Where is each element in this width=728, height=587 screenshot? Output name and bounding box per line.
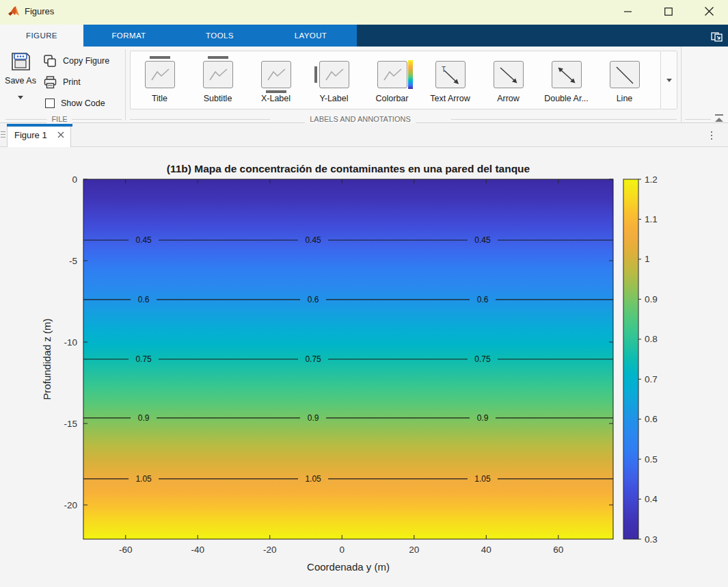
gallery-dropdown-button[interactable] [661,51,677,109]
popout-icon[interactable] [711,30,723,42]
gallery-item-arrow[interactable]: Arrow [479,51,537,109]
tab-label: Figure 1 [14,130,47,140]
svg-text:T: T [442,66,446,73]
x-tick-label: -60 [119,545,133,555]
gallery-item-line[interactable]: Line [595,51,653,109]
x-tick-label: 40 [481,545,491,555]
contour-label: 1.05 [474,474,491,484]
contour-label: 0.6 [138,295,150,304]
gallery-item-double-ar[interactable]: Double Ar... [537,51,595,109]
copy-figure-button[interactable]: Copy Figure [44,53,109,68]
bar-top-icon [135,55,185,94]
gallery-item-subtitle[interactable]: Subtitle [189,51,247,109]
copy-figure-label: Copy Figure [63,56,109,66]
y-axis-label: Profundidad z (m) [41,318,53,400]
colorbar-tick-label: 0.7 [645,374,658,384]
contour-label: 0.9 [477,413,489,423]
matlab-logo-icon [8,5,20,18]
line-icon [599,55,650,94]
contour-label: 0.45 [135,235,152,245]
document-tab-bar: Figure 1 [0,124,728,147]
ribbon-toolbar: Save As Copy Figure Print Show Code [0,47,728,123]
save-icon [10,52,31,71]
y-tick-label: -10 [64,337,77,348]
contour-label: 0.75 [474,354,491,364]
section-footer-line [71,119,122,120]
close-button[interactable] [692,0,726,23]
colorbar-tick-label: 1 [645,254,650,264]
tab-figure-1[interactable]: Figure 1 [7,124,71,147]
x-axis-label: Coordenada y (m) [307,561,390,573]
print-button[interactable]: Print [44,75,81,90]
print-label: Print [63,77,81,87]
annotations-gallery: TitleSubtitleX-LabelY-LabelColorbarTText… [130,51,661,109]
ribbon-tab-bar: FIGURE FORMAT TOOLS LAYOUT [0,25,728,47]
y-tick-label: -20 [64,500,77,510]
gallery-item-colorbar[interactable]: Colorbar [363,51,421,109]
maximize-button[interactable] [651,0,686,23]
ribbon-tab-figure[interactable]: FIGURE [0,25,83,47]
figures-window: Figures FIGURE FORMAT TOOLS LAYOUT [0,0,728,587]
active-tab-accent [7,124,72,127]
bar-left-icon [309,55,360,94]
save-as-button[interactable]: Save As [4,52,37,114]
gallery-item-label: Line [595,94,653,103]
gallery-item-title[interactable]: Title [131,51,189,109]
x-tick-label: 60 [553,545,563,555]
contour-label: 0.75 [305,354,321,364]
y-tick-label: -5 [69,256,77,266]
save-as-label: Save As [4,76,37,86]
collapse-ribbon-button[interactable] [714,114,725,123]
colorbar-tick-label: 0.6 [645,414,658,424]
ribbon-tab-layout[interactable]: LAYOUT [265,25,356,47]
gallery-item-label: Double Ar... [537,94,595,103]
gallery-item-label: Subtitle [189,94,247,103]
ribbon-tab-tools[interactable]: TOOLS [174,25,265,47]
save-as-dropdown-icon[interactable] [18,96,23,99]
show-code-checkbox-row[interactable]: Show Code [44,96,105,111]
colorbar-tick-label: 0.8 [645,334,658,344]
contour-label: 0.75 [135,354,152,364]
colorbar-tick-label: 1.1 [645,214,658,224]
bar-top-icon [193,55,243,94]
gallery-item-label: Arrow [479,94,537,103]
gallery-item-y-label[interactable]: Y-Label [305,51,363,109]
x-tick-label: -40 [191,545,204,555]
print-icon [44,76,57,89]
contour-label: 0.9 [308,413,319,423]
window-title: Figures [25,6,54,16]
copy-icon [44,55,57,68]
colorbar [623,179,638,539]
x-tick-label: -20 [263,545,277,555]
section-divider [125,49,126,120]
contour-label: 0.45 [474,235,491,245]
ribbon-tab-format[interactable]: FORMAT [83,25,174,47]
colorbar-tick-label: 0.4 [645,494,658,504]
arrow-icon [483,55,534,94]
gallery-item-x-label[interactable]: X-Label [247,51,305,109]
contour-label: 0.6 [308,295,319,304]
colorbar-icon [367,55,418,94]
panel-grabber-icon[interactable] [1,129,7,142]
show-code-checkbox[interactable] [45,99,55,108]
colorbar-tick-label: 0.9 [645,294,658,304]
show-code-label: Show Code [61,99,105,108]
gallery-item-text-arrow[interactable]: TText Arrow [421,51,479,109]
chart-title: (11b) Mapa de concentración de contamina… [167,163,530,174]
contour-label: 0.9 [138,413,150,423]
tab-close-icon[interactable] [56,130,66,140]
colorbar-tick-label: 1.2 [645,174,658,185]
title-bar: Figures [0,0,728,25]
gallery-item-label: Title [131,94,189,103]
section-footer-line [130,119,270,120]
tab-options-icon[interactable] [707,129,716,142]
contour-plot: (11b) Mapa de concentración de contamina… [0,147,728,587]
colorbar-tick-label: 0.3 [645,534,658,545]
contour-label: 0.6 [477,295,489,304]
gallery-item-label: Y-Label [305,94,363,103]
colorbar-tick-label: 0.5 [645,454,658,465]
bar-bottom-icon [251,55,301,94]
minimize-button[interactable] [611,0,645,23]
double-arrow-icon [541,55,592,94]
x-tick-label: 0 [340,545,345,555]
